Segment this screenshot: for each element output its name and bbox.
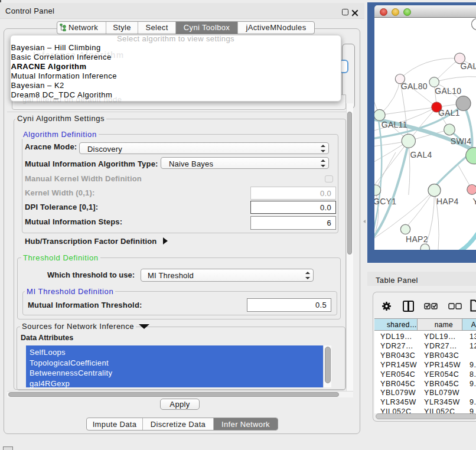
svg-text:Y: Y: [473, 197, 476, 206]
svg-text:GAL7: GAL7: [461, 61, 476, 71]
svg-text:SWI4: SWI4: [451, 136, 471, 146]
svg-text:HAP4: HAP4: [436, 197, 459, 206]
svg-text:GAL80: GAL80: [401, 81, 428, 91]
svg-text:GAL10: GAL10: [435, 86, 461, 96]
svg-text:GAL1: GAL1: [438, 108, 460, 118]
svg-text:GAL4: GAL4: [410, 150, 432, 159]
svg-text:HAP2: HAP2: [406, 234, 428, 244]
svg-text:GAL11: GAL11: [382, 120, 407, 129]
svg-text:GCY1: GCY1: [374, 197, 396, 206]
